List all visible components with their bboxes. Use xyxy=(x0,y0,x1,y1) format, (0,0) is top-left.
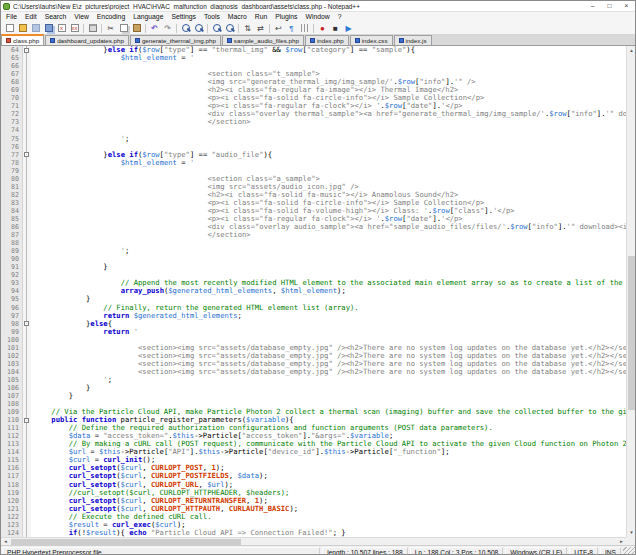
undo-icon[interactable]: ↶ xyxy=(149,23,160,34)
menu-window[interactable]: Window xyxy=(302,12,334,22)
code-line[interactable]: 90 xyxy=(1,255,626,263)
code-line[interactable]: 118curl_setopt($curl, CURLOPT_URL, $url)… xyxy=(1,481,626,489)
paste-icon[interactable] xyxy=(131,23,142,34)
tab-sample_audio_files.php[interactable]: sample_audio_files.php xyxy=(222,35,304,45)
scroll-left-arrow-icon[interactable]: ◄ xyxy=(1,538,10,546)
code-line[interactable]: 81<img src="assets/audio_icon.jpg" /> xyxy=(1,183,626,191)
code-line[interactable]: 73</section> xyxy=(1,118,626,126)
code-line[interactable]: 98-}else{ xyxy=(1,320,626,328)
cut-icon[interactable]: ✂ xyxy=(105,23,116,34)
menu-?[interactable]: ? xyxy=(334,12,346,22)
code-line[interactable]: 75'; xyxy=(1,135,626,143)
code-line[interactable]: 107} xyxy=(1,392,626,400)
code-line[interactable]: 68<img src="generate_thermal_img/img_sam… xyxy=(1,78,626,86)
fold-collapse-icon[interactable]: - xyxy=(23,46,31,54)
code-line[interactable]: 71<p><i class="fa-regular fa-clock"></i>… xyxy=(1,102,626,110)
code-line[interactable]: 83<p><i class="fa-solid fa-circle-info">… xyxy=(1,199,626,207)
code-line[interactable]: 79 xyxy=(1,167,626,175)
code-line[interactable]: 101<section><img src="assets/database_em… xyxy=(1,344,626,352)
menu-view[interactable]: View xyxy=(70,12,93,22)
save-icon[interactable] xyxy=(30,23,41,34)
horizontal-scroll-thumb[interactable] xyxy=(11,539,241,545)
find-icon[interactable] xyxy=(180,23,191,34)
scroll-right-arrow-icon[interactable]: ► xyxy=(617,538,626,546)
code-line[interactable]: 89'; xyxy=(1,247,626,255)
horizontal-scrollbar[interactable]: ◄ ► xyxy=(1,537,635,545)
code-line[interactable]: 120curl_setopt($curl, CURLOPT_RETURNTRAN… xyxy=(1,497,626,505)
code-line[interactable]: 82<h2><i class="fa-solid fa-music"></i> … xyxy=(1,191,626,199)
close-icon[interactable]: x xyxy=(56,23,67,34)
code-line[interactable]: 117curl_setopt($curl, CURLOPT_POSTFIELDS… xyxy=(1,472,626,480)
code-line[interactable]: 110-public function particle_register_pa… xyxy=(1,416,626,424)
tab-generate_thermal_img.php[interactable]: generate_thermal_img.php xyxy=(130,35,221,45)
zoom-in-icon[interactable] xyxy=(211,23,222,34)
code-line[interactable]: 106} xyxy=(1,384,626,392)
code-line[interactable]: 123$result = curl_exec($curl); xyxy=(1,521,626,529)
code-line[interactable]: 64-}else if($row["type"] == "thermal_img… xyxy=(1,46,626,54)
print-icon[interactable] xyxy=(87,23,98,34)
editor-area[interactable]: 64-}else if($row["type"] == "thermal_img… xyxy=(1,46,635,537)
menu-settings[interactable]: Settings xyxy=(167,12,200,22)
code-line[interactable]: 65$html_element = ' xyxy=(1,54,626,62)
code-line[interactable]: 113// By making a cURL call (POST reques… xyxy=(1,440,626,448)
code-line[interactable]: 124if(!$result){ echo "Particle Cloud AP… xyxy=(1,529,626,537)
status-cursor-position[interactable]: Ln : 188 Col : 3 Pos : 10,508 xyxy=(410,547,504,555)
status-encoding[interactable]: UTF-8 xyxy=(569,547,598,555)
menu-encoding[interactable]: Encoding xyxy=(93,12,129,22)
code-line[interactable]: 96// Finally, return the generated HTML … xyxy=(1,304,626,312)
code-line[interactable]: 74 xyxy=(1,126,626,134)
new-file-icon[interactable] xyxy=(4,23,15,34)
redo-icon[interactable]: ↷ xyxy=(162,23,173,34)
code-line[interactable]: 95} xyxy=(1,295,626,303)
code-line[interactable]: 67<section class="t_sample"> xyxy=(1,70,626,78)
menu-language[interactable]: Language xyxy=(129,12,167,22)
code-line[interactable]: 102<section><img src="assets/database_em… xyxy=(1,352,626,360)
code-line[interactable]: 122// Execute the defined cURL call. xyxy=(1,513,626,521)
code-line[interactable]: 100 xyxy=(1,336,626,344)
code-line[interactable]: 104<section><img src="assets/database_em… xyxy=(1,368,626,376)
title-bar[interactable]: C:\Users\lauhs\New E\z_pictures\project_… xyxy=(1,1,635,12)
status-insert-mode[interactable]: INS xyxy=(600,547,621,555)
code-line[interactable]: 109// Via the Particle Cloud API, make P… xyxy=(1,408,626,416)
code-line[interactable]: 78$html_element = ' xyxy=(1,159,626,167)
menu-run[interactable]: Run xyxy=(251,12,271,22)
record-macro-icon[interactable]: ● xyxy=(317,23,328,34)
close-all-icon[interactable]: xx xyxy=(69,23,80,34)
code-line[interactable]: 108 xyxy=(1,400,626,408)
close-button[interactable]: × xyxy=(618,1,635,11)
show-all-characters-icon[interactable]: ¶ xyxy=(286,23,297,34)
code-line[interactable]: 119//curl_setopt($curl, CURLOPT_HTTPHEAD… xyxy=(1,489,626,497)
code-line[interactable]: 72<div class="overlay thermal_sample"><a… xyxy=(1,110,626,118)
code-line[interactable]: 121curl_setopt($curl, CURLOPT_HTTPAUTH, … xyxy=(1,505,626,513)
menu-plugins[interactable]: Plugins xyxy=(271,12,301,22)
open-file-icon[interactable] xyxy=(17,23,28,34)
code-line[interactable]: 86<div class="overlay audio_sample"><a h… xyxy=(1,223,626,231)
code-line[interactable]: 85<p><i class="fa-regular fa-clock"></i>… xyxy=(1,215,626,223)
replace-icon[interactable] xyxy=(193,23,204,34)
fold-collapse-icon[interactable]: - xyxy=(23,416,31,424)
menu-file[interactable]: File xyxy=(2,12,21,22)
code-line[interactable]: 88 xyxy=(1,239,626,247)
code-line[interactable]: 112$data = "access_token=".$this->Partic… xyxy=(1,432,626,440)
code-line[interactable]: 115$curl = curl_init(); xyxy=(1,456,626,464)
code-line[interactable]: 114$url = $this->Particle["API"].$this->… xyxy=(1,448,626,456)
tab-index.js[interactable]: index.js xyxy=(394,35,432,45)
code-line[interactable]: 87</section> xyxy=(1,231,626,239)
scroll-up-arrow-icon[interactable]: ▲ xyxy=(627,46,635,55)
code-line[interactable]: 97return $generated_html_elements; xyxy=(1,312,626,320)
vertical-scroll-thumb[interactable] xyxy=(628,256,635,410)
code-line[interactable]: 94array_push($generated_html_elements, $… xyxy=(1,287,626,295)
vertical-scrollbar[interactable]: ▲ ▼ xyxy=(626,46,635,537)
word-wrap-icon[interactable]: ↩ xyxy=(273,23,284,34)
menu-search[interactable]: Search xyxy=(41,12,71,22)
copy-icon[interactable] xyxy=(118,23,129,34)
resize-grip[interactable] xyxy=(623,547,635,555)
code-line[interactable]: 69<h2><i class="fa-regular fa-image"></i… xyxy=(1,86,626,94)
sync-vertical-scrolling-icon[interactable]: ⇅ xyxy=(242,23,253,34)
code-line[interactable]: 111// Define the required authorization … xyxy=(1,424,626,432)
tab-class.php[interactable]: class.php xyxy=(1,34,44,45)
code-line[interactable]: 103<section><img src="assets/database_em… xyxy=(1,360,626,368)
code-line[interactable]: 91} xyxy=(1,263,626,271)
code-line[interactable]: 76 xyxy=(1,143,626,151)
scroll-down-arrow-icon[interactable]: ▼ xyxy=(627,528,635,537)
